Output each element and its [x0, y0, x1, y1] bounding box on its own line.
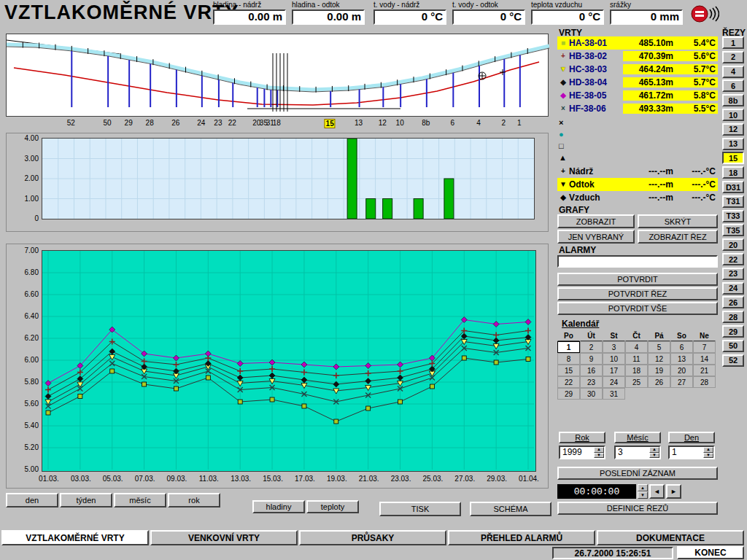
rez-button-2[interactable]: 2 — [722, 51, 744, 63]
calendar-day-27[interactable]: 27 — [670, 376, 693, 388]
rez-button-29[interactable]: 29 — [722, 325, 744, 338]
skryt-button[interactable]: SKRÝT — [638, 214, 718, 228]
legend-marker-row-3[interactable]: ▲ — [557, 152, 718, 163]
calendar-day-28[interactable]: 28 — [693, 376, 716, 388]
calendar-day-9[interactable]: 9 — [580, 353, 603, 365]
calendar-day-26[interactable]: 26 — [648, 376, 670, 388]
rez-button-23[interactable]: 23 — [722, 268, 744, 280]
well-number-22[interactable]: 22 — [228, 119, 237, 127]
calendar-day-8[interactable]: 8 — [557, 353, 580, 365]
well-number-50[interactable]: 50 — [103, 119, 112, 127]
bottom-tab-0[interactable]: VZTLAKOMĚRNÉ VRTY — [1, 530, 149, 545]
rez-button-15[interactable]: 15 — [722, 152, 744, 164]
rez-button-20[interactable]: 20 — [722, 238, 744, 251]
calendar-day-19[interactable]: 19 — [648, 365, 670, 376]
well-number-8b[interactable]: 8b — [421, 119, 430, 127]
konec-button[interactable]: KONEC — [677, 546, 744, 559]
period-tyden-button[interactable]: týden — [60, 493, 112, 508]
mesic-value[interactable]: 3 — [616, 447, 649, 458]
calendar-day-17[interactable]: 17 — [603, 365, 625, 376]
well-number-24[interactable]: 24 — [196, 119, 206, 127]
rez-button-12[interactable]: 12 — [722, 123, 744, 136]
definice-rezu-button[interactable]: DEFINICE ŘEZŮ — [557, 502, 718, 515]
reference-row-Vzduch[interactable]: ◆Vzduch---.--m---.-°C — [557, 191, 718, 204]
rez-button-T33[interactable]: T33 — [722, 210, 744, 222]
well-number-18[interactable]: 18 — [272, 119, 282, 127]
well-number-10[interactable]: 10 — [395, 119, 405, 127]
well-number-1[interactable]: 1 — [516, 119, 522, 127]
calendar-day-2[interactable]: 2 — [580, 341, 603, 353]
calendar-day-12[interactable]: 12 — [648, 353, 670, 365]
calendar-day-22[interactable]: 22 — [557, 376, 580, 388]
rez-button-D31[interactable]: D31 — [722, 181, 744, 193]
potvrdit-rez-button[interactable]: POTVRDIT ŘEZ — [557, 287, 718, 300]
spin-up-icon[interactable]: ▲ — [703, 447, 713, 453]
rez-button-52[interactable]: 52 — [722, 354, 744, 367]
calendar-day-21[interactable]: 21 — [693, 365, 716, 376]
well-number-28[interactable]: 28 — [145, 119, 155, 127]
well-number-2[interactable]: 2 — [500, 119, 506, 127]
reference-row-Nádrž[interactable]: +Nádrž---.--m---.-°C — [557, 165, 718, 178]
time-spin-buttons[interactable]: ▲▼ — [638, 484, 648, 499]
spin-down-icon[interactable]: ▼ — [649, 453, 659, 459]
well-row-HF-38-06[interactable]: ×HF-38-06493.33m5.5°C — [557, 102, 718, 115]
mesic-spin-buttons[interactable]: ▲▼ — [649, 447, 659, 458]
mode-teploty-button[interactable]: teploty — [306, 500, 359, 513]
den-value[interactable]: 1 — [670, 447, 703, 458]
well-number-29[interactable]: 29 — [124, 119, 133, 127]
mesic-spinner[interactable]: 3 ▲▼ — [614, 446, 661, 459]
mode-hladiny-button[interactable]: hladiny — [252, 500, 305, 513]
calendar-day-29[interactable]: 29 — [557, 388, 580, 400]
rez-button-24[interactable]: 24 — [722, 282, 744, 295]
calendar-day-30[interactable]: 30 — [580, 388, 603, 400]
calendar-day-23[interactable]: 23 — [580, 376, 603, 388]
calendar-day-1[interactable]: 1 — [557, 341, 580, 353]
rez-button-13[interactable]: 13 — [722, 138, 744, 150]
calendar-day-24[interactable]: 24 — [603, 376, 625, 388]
well-number-52[interactable]: 52 — [66, 119, 76, 127]
rez-button-26[interactable]: 26 — [722, 296, 744, 308]
well-number-23[interactable]: 23 — [213, 119, 222, 127]
bottom-tab-3[interactable]: PŘEHLED ALARMŮ — [448, 530, 595, 545]
period-rok-button[interactable]: rok — [168, 493, 220, 508]
period-den-button[interactable]: den — [6, 493, 58, 508]
reference-row-Odtok[interactable]: ▼Odtok---.--m---.-°C — [557, 178, 718, 191]
rez-button-4[interactable]: 4 — [722, 66, 744, 78]
rez-button-50[interactable]: 50 — [722, 340, 744, 352]
potvrdit-button[interactable]: POTVRDIT — [557, 273, 718, 286]
tisk-button[interactable]: TISK — [379, 502, 461, 516]
calendar-day-18[interactable]: 18 — [625, 365, 648, 376]
legend-marker-row-1[interactable]: ● — [557, 128, 718, 140]
rez-button-28[interactable]: 28 — [722, 311, 744, 323]
well-row-HC-38-03[interactable]: ▼HC-38-03464.24m5.7°C — [557, 63, 718, 76]
calendar-day-20[interactable]: 20 — [670, 365, 693, 376]
calendar-day-15[interactable]: 15 — [557, 365, 580, 376]
den-spinner[interactable]: 1 ▲▼ — [668, 446, 715, 459]
calendar-day-5[interactable]: 5 — [648, 341, 670, 353]
spin-down-icon[interactable]: ▼ — [703, 453, 713, 459]
rok-value[interactable]: 1999 — [560, 447, 594, 458]
bottom-tab-2[interactable]: PRŮSAKY — [299, 530, 446, 545]
schema-button[interactable]: SCHÉMA — [470, 502, 551, 516]
calendar-day-7[interactable]: 7 — [693, 341, 716, 353]
spin-down-icon[interactable]: ▼ — [594, 453, 604, 459]
well-row-HA-38-01[interactable]: ■HA-38-01485.10m5.4°C — [557, 36, 718, 50]
well-number-6[interactable]: 6 — [450, 119, 456, 127]
well-number-12[interactable]: 12 — [378, 119, 387, 127]
rez-button-10[interactable]: 10 — [722, 109, 744, 121]
rez-button-8b[interactable]: 8b — [722, 94, 744, 106]
rez-button-6[interactable]: 6 — [722, 79, 744, 92]
spin-up-icon[interactable]: ▲ — [638, 484, 648, 491]
den-spin-buttons[interactable]: ▲▼ — [703, 447, 713, 458]
rez-button-T35[interactable]: T35 — [722, 224, 744, 236]
calendar-day-16[interactable]: 16 — [580, 365, 603, 376]
calendar-day-31[interactable]: 31 — [603, 388, 625, 400]
well-number-13[interactable]: 13 — [354, 119, 363, 127]
well-row-HE-38-05[interactable]: ◆HE-38-05461.72m5.8°C — [557, 89, 718, 102]
potvrdit-vse-button[interactable]: POTVRDIT VŠE — [557, 302, 718, 315]
spin-up-icon[interactable]: ▲ — [649, 447, 659, 453]
rok-spin-buttons[interactable]: ▲▼ — [594, 447, 604, 458]
bottom-tab-1[interactable]: VENKOVNÍ VRTY — [150, 530, 298, 545]
posledni-zaznam-button[interactable]: POSLEDNÍ ZÁZNAM — [557, 467, 718, 480]
spin-down-icon[interactable]: ▼ — [638, 491, 648, 499]
